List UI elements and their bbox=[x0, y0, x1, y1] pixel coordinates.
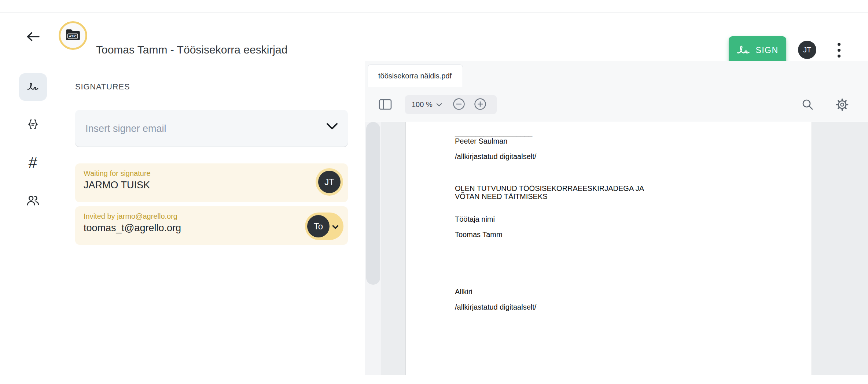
signer-status: Waiting for signature bbox=[84, 169, 151, 178]
sidebar-item-contacts[interactable] bbox=[19, 187, 47, 215]
signature-glyph-icon bbox=[736, 45, 751, 56]
template-fields-icon bbox=[26, 118, 40, 132]
document-text: Töötaja nimi bbox=[455, 215, 495, 224]
signer-card-toomas[interactable]: Invited by jarmo@agrello.org toomas_t@ag… bbox=[75, 206, 348, 245]
hash-icon: # bbox=[28, 155, 38, 170]
signer-avatar-initials: To bbox=[314, 221, 323, 232]
zoom-out-button[interactable] bbox=[452, 97, 466, 112]
zoom-controls: 100 % bbox=[405, 95, 497, 114]
signature-icon bbox=[26, 82, 40, 92]
more-menu-button[interactable] bbox=[833, 42, 845, 58]
scrollbar-thumb[interactable] bbox=[366, 122, 380, 285]
signer-status: Invited by jarmo@agrello.org bbox=[84, 212, 177, 221]
app-window: ASIC Toomas Tamm - Töösisekorra eeskirja… bbox=[0, 0, 868, 384]
plus-circle-icon bbox=[474, 97, 487, 112]
chevron-down-icon[interactable] bbox=[436, 101, 442, 108]
pdf-file-tab[interactable]: töösisekorra näidis.pdf bbox=[368, 64, 463, 87]
signer-name: toomas_t@agrello.org bbox=[84, 222, 181, 234]
signer-email-input[interactable] bbox=[85, 110, 306, 147]
pdf-toolbar: 100 % bbox=[365, 87, 868, 122]
user-avatar-initials: JT bbox=[803, 46, 811, 54]
zoom-in-button[interactable] bbox=[474, 97, 487, 112]
contacts-icon bbox=[26, 194, 40, 208]
document-text: Allkiri bbox=[455, 287, 472, 296]
back-button[interactable] bbox=[25, 30, 41, 44]
document-text: /allkirjastatud digitaalselt/ bbox=[455, 303, 536, 311]
search-icon bbox=[801, 98, 814, 112]
svg-text:ASIC: ASIC bbox=[69, 34, 77, 38]
document-text: VÕTAN NEED TÄITMISEKS bbox=[455, 192, 548, 201]
signer-email-dropdown[interactable] bbox=[75, 110, 348, 147]
page-title: Toomas Tamm - Töösisekorra eeskirjad bbox=[96, 43, 287, 56]
header-bar: ASIC Toomas Tamm - Töösisekorra eeskirja… bbox=[0, 13, 868, 61]
kebab-dot bbox=[838, 55, 841, 58]
pdf-page: ___________________ Peeter Saulman /allk… bbox=[405, 122, 812, 375]
chevron-down-icon[interactable] bbox=[326, 122, 338, 132]
sign-button-label: SIGN bbox=[755, 45, 778, 55]
gear-icon bbox=[835, 98, 849, 112]
signer-avatar-expandable[interactable]: To bbox=[305, 213, 343, 240]
minus-circle-icon bbox=[452, 97, 466, 112]
signer-avatar-initials: JT bbox=[324, 177, 334, 187]
signer-card-jarmo[interactable]: Waiting for signature JARMO TUISK JT bbox=[75, 163, 348, 202]
pdf-scroll-area: ___________________ Peeter Saulman /allk… bbox=[365, 122, 868, 384]
pdf-viewer-panel: töösisekorra näidis.pdf 100 % bbox=[365, 61, 868, 384]
kebab-dot bbox=[838, 43, 841, 46]
settings-button[interactable] bbox=[835, 98, 849, 112]
zoom-level-value[interactable]: 100 % bbox=[412, 100, 433, 109]
sidebar-item-template-fields[interactable] bbox=[19, 111, 47, 139]
sidebar-item-numbering[interactable]: # bbox=[19, 149, 47, 176]
document-logo-badge: ASIC bbox=[59, 21, 87, 50]
signer-avatar[interactable]: JT bbox=[316, 168, 343, 196]
kebab-dot bbox=[838, 49, 841, 52]
signer-name: JARMO TUISK bbox=[84, 180, 150, 191]
chevron-down-icon bbox=[332, 224, 339, 231]
document-text: Peeter Saulman bbox=[455, 137, 507, 145]
arrow-left-icon bbox=[26, 31, 40, 44]
signatures-heading: SIGNATURES bbox=[75, 82, 130, 92]
user-avatar[interactable]: JT bbox=[798, 41, 816, 59]
search-button[interactable] bbox=[801, 98, 814, 112]
icon-rail-sidebar: # bbox=[0, 61, 57, 384]
signatures-panel: SIGNATURES Waiting for signature JARMO T… bbox=[57, 61, 365, 384]
sidebar-item-signatures[interactable] bbox=[19, 73, 47, 101]
document-text: Toomas Tamm bbox=[455, 230, 503, 239]
document-text: /allkirjastatud digitaalselt/ bbox=[455, 152, 536, 161]
sidebar-toggle-button[interactable] bbox=[379, 99, 392, 111]
sign-button[interactable]: SIGN bbox=[729, 36, 786, 64]
document-text: OLEN TUTVUNUD TÖÖSISEKORRAEESKIRJADEGA J… bbox=[455, 184, 644, 193]
signature-line: ___________________ bbox=[455, 128, 532, 137]
pdf-tab-title: töösisekorra näidis.pdf bbox=[378, 72, 452, 80]
asic-folder-icon: ASIC bbox=[65, 28, 81, 43]
panel-layout-icon bbox=[379, 106, 392, 111]
